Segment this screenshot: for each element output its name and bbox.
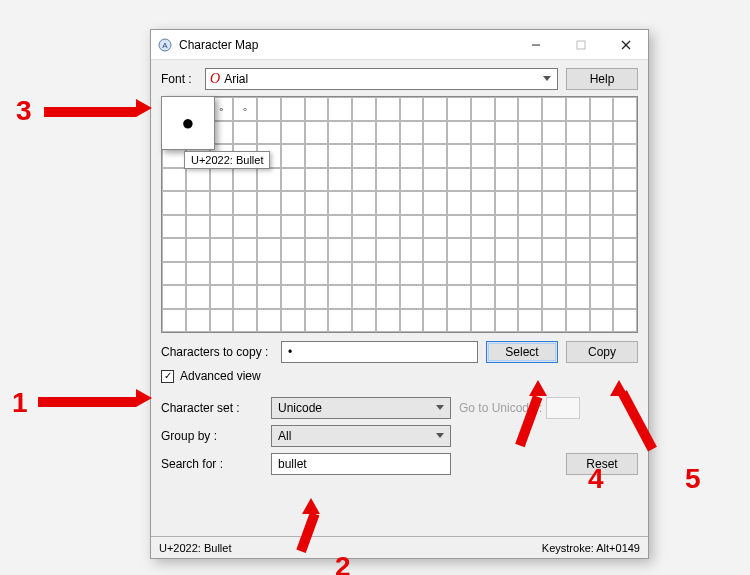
grid-cell[interactable] <box>471 121 495 145</box>
grid-cell[interactable] <box>447 168 471 192</box>
grid-cell[interactable] <box>186 168 210 192</box>
grid-cell[interactable] <box>566 168 590 192</box>
grid-cell[interactable] <box>471 144 495 168</box>
grid-cell[interactable] <box>518 97 542 121</box>
grid-cell[interactable] <box>471 191 495 215</box>
grid-cell[interactable] <box>447 144 471 168</box>
grid-cell[interactable] <box>376 168 400 192</box>
reset-button[interactable]: Reset <box>566 453 638 475</box>
grid-cell[interactable] <box>590 215 614 239</box>
grid-cell[interactable] <box>495 97 519 121</box>
charset-dropdown[interactable]: Unicode <box>271 397 451 419</box>
grid-cell[interactable] <box>400 238 424 262</box>
grid-cell[interactable] <box>423 215 447 239</box>
grid-cell[interactable] <box>613 285 637 309</box>
grid-cell[interactable] <box>305 191 329 215</box>
grid-cell[interactable] <box>471 285 495 309</box>
grid-cell[interactable] <box>423 262 447 286</box>
grid-cell[interactable] <box>257 215 281 239</box>
select-button[interactable]: Select <box>486 341 558 363</box>
grid-cell[interactable] <box>305 215 329 239</box>
font-dropdown[interactable]: O Arial <box>205 68 558 90</box>
grid-cell[interactable] <box>305 309 329 333</box>
grid-cell[interactable] <box>542 238 566 262</box>
grid-cell[interactable] <box>495 262 519 286</box>
grid-cell[interactable] <box>590 238 614 262</box>
grid-cell[interactable] <box>233 215 257 239</box>
grid-cell[interactable] <box>162 168 186 192</box>
grid-cell[interactable] <box>542 285 566 309</box>
group-by-dropdown[interactable]: All <box>271 425 451 447</box>
grid-cell[interactable] <box>566 97 590 121</box>
grid-cell[interactable] <box>495 168 519 192</box>
grid-cell[interactable] <box>495 238 519 262</box>
grid-cell[interactable] <box>186 262 210 286</box>
grid-cell[interactable] <box>281 168 305 192</box>
grid-cell[interactable] <box>210 168 234 192</box>
grid-cell[interactable] <box>162 262 186 286</box>
grid-cell[interactable] <box>162 285 186 309</box>
grid-cell[interactable] <box>542 144 566 168</box>
grid-cell[interactable] <box>566 121 590 145</box>
grid-cell[interactable] <box>447 191 471 215</box>
grid-cell[interactable] <box>566 215 590 239</box>
grid-cell[interactable] <box>590 285 614 309</box>
grid-cell[interactable] <box>542 97 566 121</box>
grid-cell[interactable] <box>281 238 305 262</box>
grid-cell[interactable] <box>305 97 329 121</box>
grid-cell[interactable] <box>495 191 519 215</box>
grid-cell[interactable] <box>376 309 400 333</box>
grid-cell[interactable] <box>210 285 234 309</box>
grid-cell[interactable] <box>566 144 590 168</box>
grid-cell[interactable] <box>328 191 352 215</box>
grid-cell[interactable] <box>281 309 305 333</box>
grid-cell[interactable] <box>352 168 376 192</box>
grid-cell[interactable] <box>400 215 424 239</box>
grid-cell[interactable] <box>352 262 376 286</box>
grid-cell[interactable] <box>257 238 281 262</box>
grid-cell[interactable] <box>447 238 471 262</box>
grid-cell[interactable] <box>613 215 637 239</box>
character-grid[interactable]: ● U+2022: Bullet ◦◦◦ <box>161 96 638 333</box>
grid-cell[interactable] <box>590 97 614 121</box>
grid-cell[interactable] <box>613 262 637 286</box>
grid-cell[interactable] <box>162 309 186 333</box>
grid-cell[interactable] <box>186 215 210 239</box>
grid-cell[interactable] <box>518 238 542 262</box>
grid-cell[interactable] <box>352 285 376 309</box>
grid-cell[interactable] <box>328 97 352 121</box>
grid-cell[interactable] <box>400 309 424 333</box>
copy-button[interactable]: Copy <box>566 341 638 363</box>
grid-cell[interactable] <box>447 215 471 239</box>
grid-cell[interactable] <box>257 191 281 215</box>
grid-cell[interactable] <box>400 144 424 168</box>
grid-cell[interactable] <box>376 215 400 239</box>
grid-cell[interactable] <box>352 144 376 168</box>
grid-cell[interactable] <box>613 97 637 121</box>
grid-cell[interactable] <box>257 262 281 286</box>
grid-cell[interactable] <box>233 262 257 286</box>
grid-cell[interactable] <box>518 168 542 192</box>
grid-cell[interactable] <box>162 215 186 239</box>
grid-cell[interactable] <box>305 285 329 309</box>
grid-cell[interactable] <box>400 262 424 286</box>
grid-cell[interactable] <box>400 168 424 192</box>
grid-cell[interactable] <box>518 191 542 215</box>
grid-cell[interactable] <box>281 285 305 309</box>
grid-cell[interactable] <box>423 238 447 262</box>
grid-cell[interactable] <box>233 121 257 145</box>
grid-cell[interactable] <box>305 144 329 168</box>
grid-cell[interactable] <box>210 191 234 215</box>
grid-cell[interactable] <box>613 121 637 145</box>
grid-cell[interactable] <box>186 238 210 262</box>
grid-cell[interactable] <box>210 238 234 262</box>
grid-cell[interactable] <box>542 191 566 215</box>
grid-cell[interactable] <box>210 262 234 286</box>
grid-cell[interactable] <box>210 215 234 239</box>
grid-cell[interactable] <box>162 191 186 215</box>
grid-cell[interactable] <box>423 309 447 333</box>
grid-cell[interactable] <box>518 121 542 145</box>
grid-cell[interactable] <box>281 262 305 286</box>
grid-cell[interactable] <box>186 309 210 333</box>
grid-cell[interactable] <box>305 168 329 192</box>
